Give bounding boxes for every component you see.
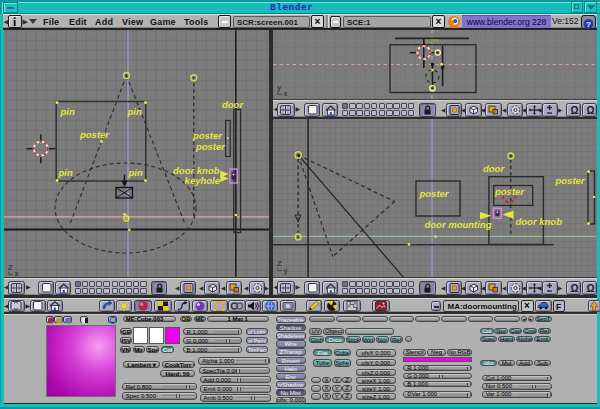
svg-text:x: x (284, 89, 289, 98)
svg-text:5.285: 5.285 (425, 37, 439, 43)
svg-text:door: door (222, 98, 244, 109)
svg-text:poster: poster (194, 140, 225, 151)
svg-text:poster: poster (555, 175, 586, 186)
svg-text:Z: Z (277, 259, 282, 268)
svg-text:Ω: Ω (586, 283, 594, 294)
svg-text:Ω: Ω (570, 283, 578, 294)
svg-text:Ω: Ω (570, 105, 578, 116)
svg-text:poster: poster (79, 128, 110, 139)
svg-text:door knob: door knob (516, 216, 563, 227)
svg-text:y: y (284, 266, 289, 275)
svg-text:poster: poster (494, 186, 525, 197)
svg-text:x: x (14, 269, 19, 278)
svg-text:pin: pin (126, 105, 141, 116)
svg-text:poster: poster (419, 188, 450, 199)
svg-text:poster: poster (191, 129, 222, 140)
svg-text:door mounting: door mounting (425, 219, 492, 230)
svg-text:keyhole: keyhole (184, 174, 220, 185)
svg-text:pin: pin (127, 166, 142, 177)
svg-text:pin: pin (57, 166, 72, 177)
svg-text:Z: Z (8, 263, 13, 272)
svg-text:Ω: Ω (586, 105, 594, 116)
svg-text:?: ? (586, 20, 591, 29)
svg-text:door: door (483, 163, 505, 174)
svg-text:pin: pin (59, 105, 74, 116)
